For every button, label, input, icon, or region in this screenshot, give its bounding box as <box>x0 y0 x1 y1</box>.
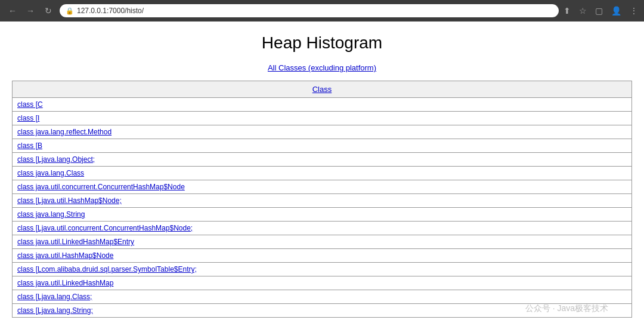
table-row: class java.util.LinkedHashMap <box>13 276 632 290</box>
class-link[interactable]: class [Ljava.lang.String; <box>17 306 93 315</box>
class-cell: class java.lang.String <box>13 208 632 222</box>
table-row: class [B <box>13 139 632 153</box>
table-row: class java.lang.reflect.Method <box>13 125 632 139</box>
class-cell: class [C <box>13 98 632 112</box>
class-link[interactable]: class [Ljava.util.concurrent.ConcurrentH… <box>17 224 193 232</box>
class-link[interactable]: class [Lcom.alibaba.druid.sql.parser.Sym… <box>17 265 197 273</box>
histogram-table: Class class [Cclass [Iclass java.lang.re… <box>12 81 632 318</box>
class-cell: class [B <box>13 139 632 153</box>
forward-button[interactable]: → <box>24 6 37 16</box>
class-link[interactable]: class [Ljava.lang.Object; <box>17 155 95 164</box>
table-row: class [Ljava.lang.Object; <box>13 153 632 167</box>
all-classes-link[interactable]: All Classes (excluding platform) <box>12 63 632 72</box>
table-row: class [Ljava.util.HashMap$Node; <box>13 194 632 208</box>
class-link[interactable]: class [Ljava.lang.Class; <box>17 293 92 301</box>
class-link[interactable]: class java.util.LinkedHashMap <box>17 279 113 287</box>
class-column-sort-link[interactable]: Class <box>312 85 332 94</box>
class-cell: class [Ljava.lang.Class; <box>13 290 632 304</box>
class-cell: class java.util.LinkedHashMap <box>13 276 632 290</box>
class-cell: class java.util.HashMap$Node <box>13 249 632 263</box>
menu-icon[interactable]: ⋮ <box>630 6 638 16</box>
refresh-button[interactable]: ↻ <box>42 6 55 16</box>
bookmark-icon[interactable]: ☆ <box>579 6 587 16</box>
class-link[interactable]: class java.lang.Class <box>17 169 84 177</box>
table-row: class [Ljava.lang.String; <box>13 304 632 318</box>
class-cell: class [Ljava.lang.Object; <box>13 153 632 167</box>
class-link[interactable]: class [C <box>17 100 43 109</box>
profile-icon[interactable]: 👤 <box>611 6 621 16</box>
table-row: class java.util.LinkedHashMap$Entry <box>13 235 632 249</box>
page-content: Heap Histogram All Classes (excluding pl… <box>0 21 644 330</box>
back-button[interactable]: ← <box>6 6 19 16</box>
class-link[interactable]: class [B <box>17 142 42 150</box>
class-cell: class java.lang.reflect.Method <box>13 125 632 139</box>
browser-chrome: ← → ↻ 🔒 127.0.0.1:7000/histo/ ⬆ ☆ ▢ 👤 ⋮ <box>0 0 644 21</box>
table-row: class java.util.concurrent.ConcurrentHas… <box>13 180 632 194</box>
class-link[interactable]: class [Ljava.util.HashMap$Node; <box>17 196 122 205</box>
browser-actions: ⬆ ☆ ▢ 👤 ⋮ <box>564 6 638 16</box>
class-cell: class java.lang.Class <box>13 167 632 180</box>
class-link[interactable]: class java.lang.String <box>17 210 85 219</box>
class-link[interactable]: class java.util.concurrent.ConcurrentHas… <box>17 183 185 191</box>
table-row: class java.lang.Class <box>13 167 632 180</box>
class-link[interactable]: class java.util.LinkedHashMap$Entry <box>17 238 134 246</box>
class-cell: class java.util.LinkedHashMap$Entry <box>13 235 632 249</box>
class-cell: class [Ljava.util.HashMap$Node; <box>13 194 632 208</box>
table-row: class [Ljava.lang.Class; <box>13 290 632 304</box>
url-text: 127.0.0.1:7000/histo/ <box>77 7 144 15</box>
class-cell: class [Ljava.lang.String; <box>13 304 632 318</box>
table-row: class [I <box>13 112 632 125</box>
table-row: class [Lcom.alibaba.druid.sql.parser.Sym… <box>13 263 632 276</box>
lock-icon: 🔒 <box>66 7 74 15</box>
table-row: class java.lang.String <box>13 208 632 222</box>
window-icon[interactable]: ▢ <box>595 6 603 16</box>
class-cell: class [I <box>13 112 632 125</box>
share-icon[interactable]: ⬆ <box>564 6 571 16</box>
class-cell: class [Ljava.util.concurrent.ConcurrentH… <box>13 222 632 235</box>
class-column-header: Class <box>13 81 632 98</box>
table-row: class [C <box>13 98 632 112</box>
page-title: Heap Histogram <box>12 33 632 53</box>
address-bar[interactable]: 🔒 127.0.0.1:7000/histo/ <box>60 4 559 17</box>
table-row: class [Ljava.util.concurrent.ConcurrentH… <box>13 222 632 235</box>
class-link[interactable]: class java.lang.reflect.Method <box>17 128 112 136</box>
class-link[interactable]: class java.util.HashMap$Node <box>17 251 113 260</box>
table-row: class java.util.HashMap$Node <box>13 249 632 263</box>
class-link[interactable]: class [I <box>17 114 39 122</box>
class-cell: class java.util.concurrent.ConcurrentHas… <box>13 180 632 194</box>
class-cell: class [Lcom.alibaba.druid.sql.parser.Sym… <box>13 263 632 276</box>
